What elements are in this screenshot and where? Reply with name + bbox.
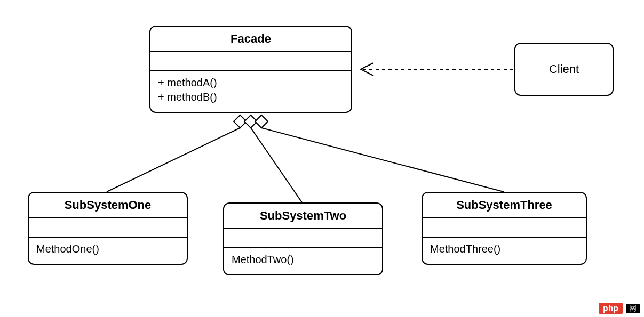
class-attributes-subsystem-two [224, 229, 382, 248]
aggregation-line-one [107, 128, 240, 192]
method-item: MethodThree() [430, 242, 578, 256]
class-attributes-facade [150, 52, 351, 71]
dependency-arrowhead [361, 63, 373, 76]
method-item: + methodA() [158, 76, 344, 90]
class-title-subsystem-one: SubSystemOne [29, 193, 187, 218]
aggregation-diamond-three [255, 115, 268, 128]
class-title-subsystem-three: SubSystemThree [423, 193, 586, 218]
aggregation-diamond-two [244, 115, 257, 128]
class-attributes-subsystem-one [29, 218, 187, 238]
class-box-subsystem-one: SubSystemOne MethodOne() [28, 192, 188, 265]
class-methods-subsystem-two: MethodTwo() [224, 248, 382, 274]
class-box-subsystem-two: SubSystemTwo MethodTwo() [223, 202, 383, 275]
uml-diagram: Facade + methodA() + methodB() Client Su… [0, 0, 644, 317]
class-methods-subsystem-three: MethodThree() [423, 238, 586, 264]
class-title-facade: Facade [150, 27, 351, 52]
class-methods-subsystem-one: MethodOne() [29, 238, 187, 264]
watermark-suffix: 网 [626, 304, 640, 313]
aggregation-line-three [261, 128, 504, 192]
class-title-client: Client [549, 62, 579, 76]
class-box-facade: Facade + methodA() + methodB() [149, 26, 352, 113]
class-title-subsystem-two: SubSystemTwo [224, 204, 382, 229]
class-methods-facade: + methodA() + methodB() [150, 71, 351, 112]
method-item: MethodOne() [36, 242, 179, 256]
watermark-tag: php [599, 303, 623, 314]
watermark: php 网 [599, 303, 640, 314]
aggregation-line-two [251, 128, 302, 202]
class-box-client: Client [514, 43, 614, 96]
aggregation-diamond-one [234, 115, 247, 128]
method-item: + methodB() [158, 90, 344, 104]
method-item: MethodTwo() [232, 253, 375, 267]
class-box-subsystem-three: SubSystemThree MethodThree() [422, 192, 587, 265]
class-attributes-subsystem-three [423, 218, 586, 238]
